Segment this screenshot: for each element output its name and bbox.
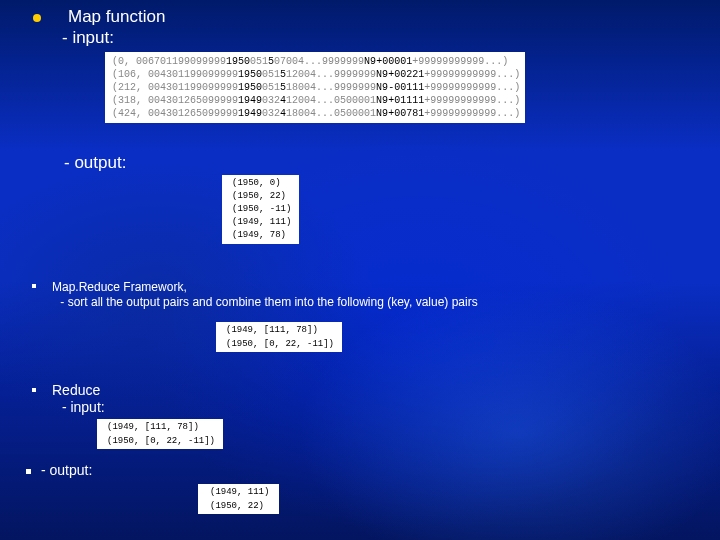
bullet-icon <box>32 284 36 288</box>
framework-title: Map.Reduce Framework, <box>52 280 187 294</box>
reduce-output-label: - output: <box>41 462 92 478</box>
map-output-pairs: (1950, 0)(1950, 22)(1950, -11)(1949, 111… <box>222 175 299 244</box>
reduce-input-label: - input: <box>58 399 105 415</box>
reduce-output-pairs: (1949, 111)(1950, 22) <box>198 484 279 514</box>
map-input-label: - input: <box>62 28 114 48</box>
bullet-icon <box>32 388 36 392</box>
framework-sorted-pairs: (1949, [111, 78])(1950, [0, 22, -11]) <box>216 322 342 352</box>
framework-desc: - sort all the output pairs and combine … <box>57 295 478 309</box>
bullet-icon <box>26 469 31 474</box>
reduce-input-pairs: (1949, [111, 78])(1950, [0, 22, -11]) <box>97 419 223 449</box>
map-input-records: (0, 0067011990999991950051507004...99999… <box>105 52 525 123</box>
reduce-title: Reduce <box>52 382 100 398</box>
map-function-title: Map function <box>68 7 165 27</box>
slide: Map function - input: (0, 00670119909999… <box>0 0 720 540</box>
bullet-icon <box>33 14 41 22</box>
map-output-label: - output: <box>64 153 126 173</box>
